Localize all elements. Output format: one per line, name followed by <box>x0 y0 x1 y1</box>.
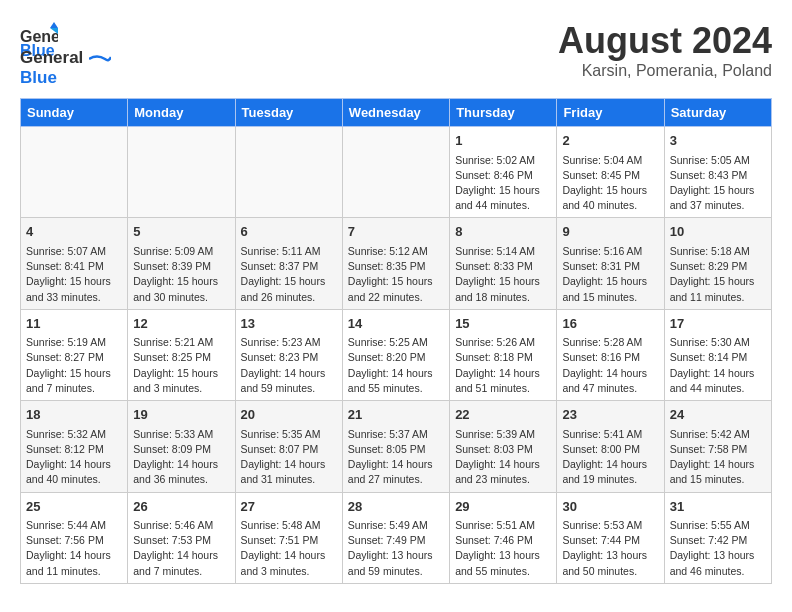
calendar-cell: 3Sunrise: 5:05 AM Sunset: 8:43 PM Daylig… <box>664 127 771 218</box>
title-block: August 2024 Karsin, Pomerania, Poland <box>558 20 772 80</box>
weekday-header-sunday: Sunday <box>21 99 128 127</box>
day-info: Sunrise: 5:41 AM Sunset: 8:00 PM Dayligh… <box>562 427 658 488</box>
day-number: 31 <box>670 497 766 517</box>
day-info: Sunrise: 5:05 AM Sunset: 8:43 PM Dayligh… <box>670 153 766 214</box>
calendar-cell: 29Sunrise: 5:51 AM Sunset: 7:46 PM Dayli… <box>450 492 557 583</box>
day-info: Sunrise: 5:28 AM Sunset: 8:16 PM Dayligh… <box>562 335 658 396</box>
weekday-header-friday: Friday <box>557 99 664 127</box>
day-number: 28 <box>348 497 444 517</box>
day-number: 1 <box>455 131 551 151</box>
day-number: 19 <box>133 405 229 425</box>
day-number: 18 <box>26 405 122 425</box>
day-number: 30 <box>562 497 658 517</box>
weekday-header-saturday: Saturday <box>664 99 771 127</box>
day-number: 25 <box>26 497 122 517</box>
svg-marker-2 <box>50 22 58 28</box>
weekday-header-thursday: Thursday <box>450 99 557 127</box>
day-info: Sunrise: 5:51 AM Sunset: 7:46 PM Dayligh… <box>455 518 551 579</box>
day-number: 15 <box>455 314 551 334</box>
day-info: Sunrise: 5:39 AM Sunset: 8:03 PM Dayligh… <box>455 427 551 488</box>
day-number: 22 <box>455 405 551 425</box>
calendar-cell <box>21 127 128 218</box>
week-row-4: 18Sunrise: 5:32 AM Sunset: 8:12 PM Dayli… <box>21 401 772 492</box>
weekday-header-tuesday: Tuesday <box>235 99 342 127</box>
day-info: Sunrise: 5:55 AM Sunset: 7:42 PM Dayligh… <box>670 518 766 579</box>
day-number: 6 <box>241 222 337 242</box>
week-row-1: 1Sunrise: 5:02 AM Sunset: 8:46 PM Daylig… <box>21 127 772 218</box>
day-info: Sunrise: 5:12 AM Sunset: 8:35 PM Dayligh… <box>348 244 444 305</box>
day-number: 26 <box>133 497 229 517</box>
day-number: 3 <box>670 131 766 151</box>
day-number: 8 <box>455 222 551 242</box>
day-number: 4 <box>26 222 122 242</box>
day-number: 24 <box>670 405 766 425</box>
day-info: Sunrise: 5:23 AM Sunset: 8:23 PM Dayligh… <box>241 335 337 396</box>
day-number: 23 <box>562 405 658 425</box>
logo: General Blue General Blue <box>20 20 111 88</box>
calendar-cell: 24Sunrise: 5:42 AM Sunset: 7:58 PM Dayli… <box>664 401 771 492</box>
calendar-cell <box>128 127 235 218</box>
day-info: Sunrise: 5:46 AM Sunset: 7:53 PM Dayligh… <box>133 518 229 579</box>
calendar-cell: 15Sunrise: 5:26 AM Sunset: 8:18 PM Dayli… <box>450 309 557 400</box>
calendar-cell: 17Sunrise: 5:30 AM Sunset: 8:14 PM Dayli… <box>664 309 771 400</box>
day-info: Sunrise: 5:35 AM Sunset: 8:07 PM Dayligh… <box>241 427 337 488</box>
logo-swoosh <box>89 54 111 64</box>
calendar-cell: 23Sunrise: 5:41 AM Sunset: 8:00 PM Dayli… <box>557 401 664 492</box>
calendar-cell: 16Sunrise: 5:28 AM Sunset: 8:16 PM Dayli… <box>557 309 664 400</box>
day-number: 5 <box>133 222 229 242</box>
calendar-cell: 1Sunrise: 5:02 AM Sunset: 8:46 PM Daylig… <box>450 127 557 218</box>
calendar-cell: 11Sunrise: 5:19 AM Sunset: 8:27 PM Dayli… <box>21 309 128 400</box>
day-number: 16 <box>562 314 658 334</box>
week-row-2: 4Sunrise: 5:07 AM Sunset: 8:41 PM Daylig… <box>21 218 772 309</box>
calendar-cell: 8Sunrise: 5:14 AM Sunset: 8:33 PM Daylig… <box>450 218 557 309</box>
day-info: Sunrise: 5:21 AM Sunset: 8:25 PM Dayligh… <box>133 335 229 396</box>
day-number: 10 <box>670 222 766 242</box>
week-row-3: 11Sunrise: 5:19 AM Sunset: 8:27 PM Dayli… <box>21 309 772 400</box>
logo-general: General <box>20 48 83 67</box>
calendar-cell: 19Sunrise: 5:33 AM Sunset: 8:09 PM Dayli… <box>128 401 235 492</box>
day-info: Sunrise: 5:53 AM Sunset: 7:44 PM Dayligh… <box>562 518 658 579</box>
day-info: Sunrise: 5:33 AM Sunset: 8:09 PM Dayligh… <box>133 427 229 488</box>
day-number: 13 <box>241 314 337 334</box>
weekday-header-row: SundayMondayTuesdayWednesdayThursdayFrid… <box>21 99 772 127</box>
day-info: Sunrise: 5:32 AM Sunset: 8:12 PM Dayligh… <box>26 427 122 488</box>
day-info: Sunrise: 5:48 AM Sunset: 7:51 PM Dayligh… <box>241 518 337 579</box>
calendar-cell: 21Sunrise: 5:37 AM Sunset: 8:05 PM Dayli… <box>342 401 449 492</box>
week-row-5: 25Sunrise: 5:44 AM Sunset: 7:56 PM Dayli… <box>21 492 772 583</box>
day-info: Sunrise: 5:16 AM Sunset: 8:31 PM Dayligh… <box>562 244 658 305</box>
day-info: Sunrise: 5:26 AM Sunset: 8:18 PM Dayligh… <box>455 335 551 396</box>
day-number: 27 <box>241 497 337 517</box>
day-info: Sunrise: 5:04 AM Sunset: 8:45 PM Dayligh… <box>562 153 658 214</box>
calendar-cell <box>235 127 342 218</box>
page-header: General Blue General Blue August 2024 Ka… <box>20 20 772 88</box>
calendar-cell: 14Sunrise: 5:25 AM Sunset: 8:20 PM Dayli… <box>342 309 449 400</box>
day-number: 17 <box>670 314 766 334</box>
calendar-cell: 20Sunrise: 5:35 AM Sunset: 8:07 PM Dayli… <box>235 401 342 492</box>
calendar-cell: 26Sunrise: 5:46 AM Sunset: 7:53 PM Dayli… <box>128 492 235 583</box>
calendar-cell: 22Sunrise: 5:39 AM Sunset: 8:03 PM Dayli… <box>450 401 557 492</box>
day-number: 9 <box>562 222 658 242</box>
calendar-cell: 4Sunrise: 5:07 AM Sunset: 8:41 PM Daylig… <box>21 218 128 309</box>
calendar-cell: 18Sunrise: 5:32 AM Sunset: 8:12 PM Dayli… <box>21 401 128 492</box>
day-info: Sunrise: 5:18 AM Sunset: 8:29 PM Dayligh… <box>670 244 766 305</box>
day-info: Sunrise: 5:25 AM Sunset: 8:20 PM Dayligh… <box>348 335 444 396</box>
weekday-header-wednesday: Wednesday <box>342 99 449 127</box>
day-number: 12 <box>133 314 229 334</box>
calendar-cell: 25Sunrise: 5:44 AM Sunset: 7:56 PM Dayli… <box>21 492 128 583</box>
calendar-cell: 12Sunrise: 5:21 AM Sunset: 8:25 PM Dayli… <box>128 309 235 400</box>
calendar-cell: 9Sunrise: 5:16 AM Sunset: 8:31 PM Daylig… <box>557 218 664 309</box>
day-number: 21 <box>348 405 444 425</box>
calendar-cell: 28Sunrise: 5:49 AM Sunset: 7:49 PM Dayli… <box>342 492 449 583</box>
day-info: Sunrise: 5:42 AM Sunset: 7:58 PM Dayligh… <box>670 427 766 488</box>
day-info: Sunrise: 5:14 AM Sunset: 8:33 PM Dayligh… <box>455 244 551 305</box>
logo-blue: Blue <box>20 68 57 87</box>
calendar-cell: 27Sunrise: 5:48 AM Sunset: 7:51 PM Dayli… <box>235 492 342 583</box>
calendar-cell: 6Sunrise: 5:11 AM Sunset: 8:37 PM Daylig… <box>235 218 342 309</box>
day-number: 20 <box>241 405 337 425</box>
day-info: Sunrise: 5:19 AM Sunset: 8:27 PM Dayligh… <box>26 335 122 396</box>
calendar-cell: 2Sunrise: 5:04 AM Sunset: 8:45 PM Daylig… <box>557 127 664 218</box>
day-number: 29 <box>455 497 551 517</box>
day-info: Sunrise: 5:02 AM Sunset: 8:46 PM Dayligh… <box>455 153 551 214</box>
day-info: Sunrise: 5:30 AM Sunset: 8:14 PM Dayligh… <box>670 335 766 396</box>
day-info: Sunrise: 5:37 AM Sunset: 8:05 PM Dayligh… <box>348 427 444 488</box>
